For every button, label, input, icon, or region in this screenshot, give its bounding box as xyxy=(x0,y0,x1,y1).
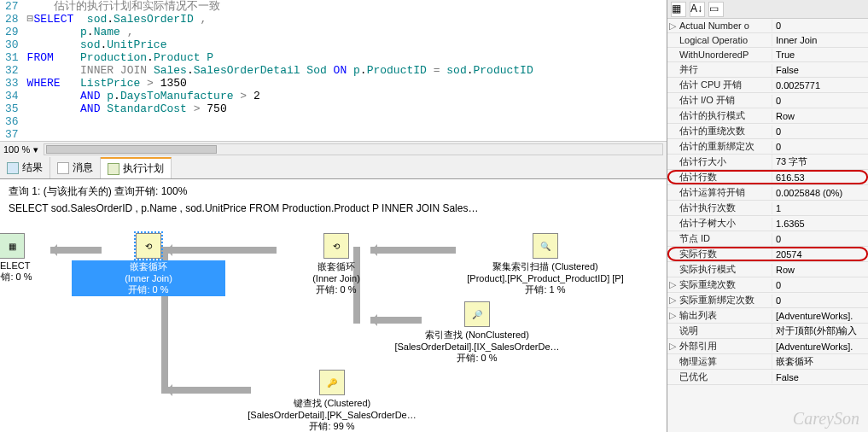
property-value: [AdventureWorks]. xyxy=(772,310,868,322)
property-value: False xyxy=(772,371,868,383)
property-key: 估计 I/O 开销 xyxy=(678,93,772,108)
plan-header: 查询 1: (与该批有关的) 查询开销: 100% xyxy=(3,183,663,201)
property-value: True xyxy=(772,49,868,61)
property-row[interactable]: 估计子树大小1.6365 xyxy=(667,216,868,231)
plan-sql: SELECT sod.SalesOrderID , p.Name , sod.U… xyxy=(3,201,663,216)
property-key: 估计的重绕次数 xyxy=(678,124,772,138)
property-key: 实际重绕次数 xyxy=(678,277,772,292)
sort-icon[interactable]: A↓ xyxy=(690,2,705,17)
property-value: False xyxy=(772,64,868,76)
property-row[interactable]: Logical OperatioInner Join xyxy=(667,33,868,48)
expand-icon[interactable]: ▷ xyxy=(667,310,678,321)
property-row[interactable]: 估计 CPU 开销0.0025771 xyxy=(667,78,868,93)
property-row[interactable]: 实际行数20574 xyxy=(667,247,868,262)
index-seek-icon: 🔎 xyxy=(464,301,490,327)
property-value: Row xyxy=(772,264,868,276)
nested-loop-icon: ⟲ xyxy=(323,233,349,259)
property-key: Actual Number o xyxy=(678,20,772,32)
property-key: 估计 CPU 开销 xyxy=(678,78,772,92)
op-nested-loop-2[interactable]: ⟲ 嵌套循环 (Inner Join) 开销: 0 % xyxy=(259,233,413,296)
property-key: Logical Operatio xyxy=(678,34,772,46)
property-key: 实际执行模式 xyxy=(678,262,772,277)
property-key: 物理运算 xyxy=(678,354,772,369)
property-value: 1 xyxy=(772,202,868,214)
plan-icon xyxy=(108,163,119,175)
property-value: Inner Join xyxy=(772,34,868,46)
grid-icon xyxy=(7,162,19,174)
property-key: 估计的执行模式 xyxy=(678,108,772,123)
property-row[interactable]: 实际执行模式Row xyxy=(667,262,868,277)
property-value: 1.6365 xyxy=(772,218,868,230)
property-value: 对于顶部(外部)输入 xyxy=(772,324,868,338)
property-key: 估计行大小 xyxy=(678,155,772,169)
property-key: WithUnorderedP xyxy=(678,49,772,61)
property-row[interactable]: 物理运算嵌套循环 xyxy=(667,354,868,370)
property-row[interactable]: 估计 I/O 开销0 xyxy=(667,93,868,108)
property-value: 0 xyxy=(772,279,868,291)
property-row[interactable]: ▷输出列表[AdventureWorks]. xyxy=(667,308,868,324)
expand-icon[interactable]: ▷ xyxy=(667,341,678,352)
property-value: 0 xyxy=(772,233,868,245)
property-row[interactable]: 估计运算符开销0.0025848 (0%) xyxy=(667,185,868,201)
property-key: 实际重新绑定次数 xyxy=(678,293,772,307)
property-value: 0 xyxy=(772,295,868,306)
property-row[interactable]: 估计行数616.53 xyxy=(667,170,868,185)
property-key: 节点 ID xyxy=(678,231,772,246)
op-select[interactable]: ▦ SELECT 开销: 0 % xyxy=(0,233,55,283)
property-key: 说明 xyxy=(678,324,772,338)
property-row[interactable]: 估计的重绕次数0 xyxy=(667,124,868,139)
property-row[interactable]: 节点 ID0 xyxy=(667,231,868,247)
op-index-seek[interactable]: 🔎 索引查找 (NonClustered) [SalesOrderDetail]… xyxy=(379,301,575,365)
categorize-icon[interactable]: ▦ xyxy=(671,2,686,17)
property-key: 已优化 xyxy=(678,370,772,384)
property-row[interactable]: 说明对于顶部(外部)输入 xyxy=(667,324,868,339)
tab-results[interactable]: 结果 xyxy=(0,157,50,178)
property-row[interactable]: ▷Actual Number o0 xyxy=(667,19,868,33)
property-value: 0 xyxy=(772,95,868,107)
nested-loop-icon: ⟲ xyxy=(136,233,161,259)
property-row[interactable]: 估计行大小73 字节 xyxy=(667,155,868,170)
property-value: [AdventureWorks]. xyxy=(772,341,868,353)
property-row[interactable]: 估计的重新绑定次0 xyxy=(667,139,868,155)
index-scan-icon: 🔍 xyxy=(533,233,558,259)
plan-canvas[interactable]: ▦ SELECT 开销: 0 % ⟲ 嵌套循环 (Inner Join) 开销:… xyxy=(3,216,663,404)
property-value: 0 xyxy=(772,20,868,32)
property-key: 输出列表 xyxy=(678,308,772,323)
key-lookup-icon: 🔑 xyxy=(319,370,345,395)
properties-panel: ▦ A↓ ▭ ▷Actual Number o0Logical Operatio… xyxy=(667,0,868,432)
property-row[interactable]: 估计执行次数1 xyxy=(667,201,868,216)
property-value: 0.0025848 (0%) xyxy=(772,187,868,199)
tab-messages[interactable]: 消息 xyxy=(50,157,101,178)
op-nested-loop-1[interactable]: ⟲ 嵌套循环 (Inner Join) 开销: 0 % xyxy=(72,233,225,296)
property-row[interactable]: ▷实际重新绑定次数0 xyxy=(667,293,868,308)
property-key: 估计运算符开销 xyxy=(678,185,772,200)
property-key: 外部引用 xyxy=(678,339,772,353)
sql-editor[interactable]: 2728293031323334353637 估计的执行计划和实际情况不一致⊟S… xyxy=(0,0,667,141)
property-key: 实际行数 xyxy=(678,247,772,261)
expand-icon[interactable]: ▷ xyxy=(667,20,678,32)
property-key: 估计子树大小 xyxy=(678,216,772,231)
property-value: 616.53 xyxy=(772,172,868,184)
property-value: 73 字节 xyxy=(772,155,868,169)
expand-icon[interactable]: ▷ xyxy=(667,295,678,306)
property-row[interactable]: 估计的执行模式Row xyxy=(667,108,868,124)
property-row[interactable]: 并行False xyxy=(667,62,868,78)
property-key: 估计执行次数 xyxy=(678,201,772,215)
property-value: 20574 xyxy=(772,248,868,260)
h-scrollbar[interactable] xyxy=(44,143,663,155)
op-clustered-index-scan[interactable]: 🔍 聚集索引扫描 (Clustered) [Product].[PK_Produ… xyxy=(447,233,644,296)
property-row[interactable]: ▷外部引用[AdventureWorks]. xyxy=(667,339,868,354)
pages-icon[interactable]: ▭ xyxy=(708,2,724,17)
op-key-lookup[interactable]: 🔑 键查找 (Clustered) [SalesOrderDetail].[PK… xyxy=(234,370,430,432)
property-value: Row xyxy=(772,110,868,122)
property-value: 0 xyxy=(772,141,868,153)
property-row[interactable]: WithUnorderedPTrue xyxy=(667,48,868,62)
tab-execution-plan[interactable]: 执行计划 xyxy=(101,157,172,178)
property-key: 估计行数 xyxy=(678,170,772,184)
property-value: 0 xyxy=(772,126,868,137)
property-key: 并行 xyxy=(678,62,772,77)
page-icon xyxy=(57,162,69,174)
expand-icon[interactable]: ▷ xyxy=(667,279,678,290)
property-row[interactable]: ▷实际重绕次数0 xyxy=(667,277,868,293)
property-row[interactable]: 已优化False xyxy=(667,370,868,385)
